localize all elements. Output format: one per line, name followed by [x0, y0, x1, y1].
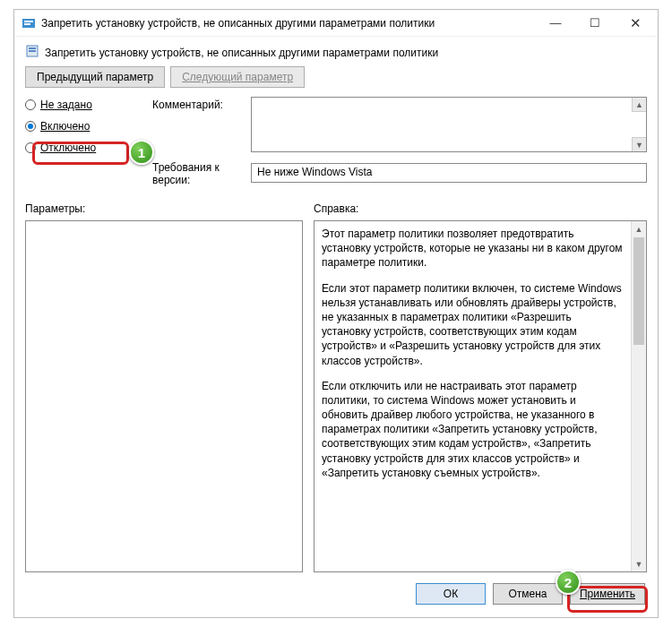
- scroll-down-icon[interactable]: ▼: [632, 556, 646, 571]
- policy-item-icon: [25, 44, 39, 61]
- next-setting-button: Следующий параметр: [170, 66, 305, 88]
- policy-editor-window: Запретить установку устройств, не описан…: [13, 9, 659, 618]
- radio-icon: [25, 99, 36, 110]
- nav-row: Предыдущий параметр Следующий параметр: [14, 66, 658, 97]
- requirements-label: Требования к версии:: [152, 159, 242, 186]
- scroll-up-icon[interactable]: ▲: [632, 221, 646, 236]
- svg-rect-2: [24, 23, 30, 25]
- help-paragraph: Если этот параметр политики включен, то …: [322, 281, 624, 368]
- requirements-field: Не ниже Windows Vista: [251, 163, 647, 183]
- state-radio-group: Не задано Включено Отключено: [25, 97, 140, 186]
- minimize-button[interactable]: —: [536, 11, 575, 36]
- help-label: Справка:: [314, 202, 647, 215]
- help-scrollbar[interactable]: ▲ ▼: [631, 221, 646, 571]
- window-title: Запретить установку устройств, не описан…: [41, 17, 536, 30]
- radio-not-configured[interactable]: Не задано: [25, 99, 140, 111]
- svg-rect-4: [29, 47, 36, 49]
- svg-rect-1: [24, 21, 33, 22]
- comment-label: Комментарий:: [152, 97, 242, 111]
- comment-textarea[interactable]: ▲ ▼: [251, 97, 647, 152]
- close-button[interactable]: ✕: [615, 11, 656, 36]
- help-panel: Этот параметр политики позволяет предотв…: [314, 220, 647, 572]
- ok-button[interactable]: ОК: [416, 583, 486, 605]
- scroll-down-icon[interactable]: ▼: [632, 137, 646, 151]
- options-label: Параметры:: [25, 202, 303, 215]
- cancel-button[interactable]: Отмена: [493, 583, 563, 605]
- titlebar: Запретить установку устройств, не описан…: [14, 10, 658, 37]
- radio-icon: [25, 142, 36, 153]
- radio-icon: [25, 121, 36, 132]
- policy-icon: [22, 16, 36, 30]
- radio-enabled[interactable]: Включено: [25, 120, 140, 133]
- prev-setting-button[interactable]: Предыдущий параметр: [25, 66, 165, 88]
- dialog-footer: ОК Отмена Применить: [14, 572, 658, 617]
- help-paragraph: Если отключить или не настраивать этот п…: [322, 379, 624, 480]
- scroll-up-icon[interactable]: ▲: [632, 98, 646, 112]
- options-panel: [25, 220, 303, 572]
- radio-disabled[interactable]: Отключено: [25, 142, 140, 154]
- help-text: Этот параметр политики позволяет предотв…: [314, 221, 631, 571]
- subtitle-text: Запретить установку устройств, не описан…: [45, 47, 438, 59]
- apply-button[interactable]: Применить: [570, 583, 645, 605]
- help-paragraph: Этот параметр политики позволяет предотв…: [322, 227, 624, 271]
- subtitle-row: Запретить установку устройств, не описан…: [14, 37, 658, 66]
- scroll-thumb[interactable]: [633, 237, 644, 345]
- svg-rect-5: [29, 50, 36, 52]
- maximize-button[interactable]: ☐: [575, 11, 615, 36]
